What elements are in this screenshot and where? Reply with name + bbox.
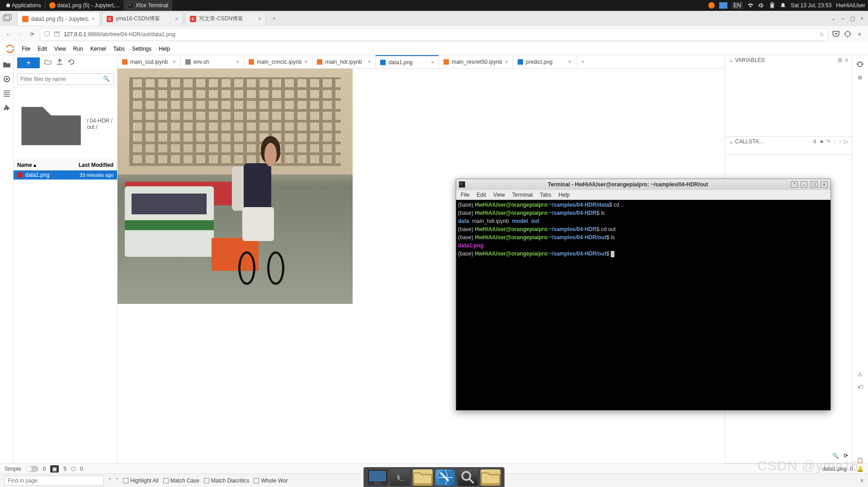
highlight-all-checkbox[interactable]: Highlight All	[123, 478, 159, 484]
terminal-body[interactable]: (base) HwHiAiUser@orangepiaipro:~/sample…	[456, 200, 830, 410]
menu-file[interactable]: File	[22, 46, 30, 52]
menu-help[interactable]: Help	[159, 46, 170, 52]
close-icon[interactable]: ×	[431, 59, 434, 66]
kernel-icon[interactable]: ⬡	[71, 466, 75, 472]
browser-tab-csdn2[interactable]: C 写文章-CSDN博客 ×	[185, 12, 266, 25]
clock[interactable]: Sat 13 Jul, 23:53	[791, 2, 831, 9]
close-window-icon[interactable]: ×	[860, 15, 863, 22]
browser-tab-jupyter[interactable]: data1.png (5) - JupyterL ×	[17, 12, 100, 25]
notifications-icon[interactable]	[780, 2, 786, 9]
close-button[interactable]: ×	[821, 181, 828, 188]
close-icon[interactable]: ×	[304, 59, 307, 65]
language-indicator[interactable]: EN	[732, 2, 743, 9]
warning-icon[interactable]: ⚠	[858, 371, 863, 378]
document-tab[interactable]: main_hdr.ipynb×	[312, 55, 376, 68]
taskbar-item-firefox[interactable]: data1.png (5) - JupyterL...	[46, 0, 124, 11]
col-modified[interactable]: Last Modified	[79, 162, 113, 168]
files-tray-icon[interactable]	[719, 2, 727, 9]
tree-view-icon[interactable]: ⊞	[838, 57, 842, 63]
new-window-icon[interactable]	[3, 14, 12, 23]
battery-icon[interactable]	[769, 2, 775, 9]
filter-files-input[interactable]	[17, 73, 113, 85]
menu-settings[interactable]: Settings	[132, 46, 151, 52]
close-icon[interactable]: ×	[368, 59, 371, 65]
menu-run[interactable]: Run	[73, 46, 83, 52]
document-tab[interactable]: env.sh×	[181, 55, 244, 68]
dock-browser-icon[interactable]	[435, 469, 455, 486]
dock-files-icon[interactable]	[413, 469, 433, 486]
close-icon[interactable]: ×	[92, 16, 95, 22]
extensions-icon[interactable]	[844, 30, 852, 39]
menu-tabs[interactable]: Tabs	[113, 46, 125, 52]
menu-edit[interactable]: Edit	[38, 46, 47, 52]
document-tab[interactable]: main_resnet50.ipynb×	[439, 55, 513, 68]
toc-icon[interactable]	[3, 90, 11, 98]
table-view-icon[interactable]: ≡	[845, 57, 848, 63]
document-tab[interactable]: main_cnnctc.ipynb×	[244, 55, 312, 68]
breadcrumb[interactable]: / 04-HDR / out /	[14, 88, 117, 160]
browser-tab-csdn1[interactable]: C yma16-CSDN博客 ×	[102, 12, 183, 25]
term-menu-terminal[interactable]: Terminal	[512, 192, 533, 198]
reload-button[interactable]: ⟳	[28, 31, 36, 38]
pause-icon[interactable]: ⏸	[812, 138, 817, 145]
tag-icon[interactable]: 🏷	[858, 384, 863, 390]
simple-toggle[interactable]	[26, 466, 38, 472]
bookmark-star-icon[interactable]: ☆	[819, 31, 824, 38]
step-in-icon[interactable]: ↓	[833, 138, 836, 145]
document-tab[interactable]: predict.png×	[513, 55, 576, 68]
close-icon[interactable]: ×	[175, 16, 178, 22]
upload-icon[interactable]	[56, 58, 63, 67]
close-findbar-icon[interactable]: ×	[860, 478, 863, 484]
wifi-icon[interactable]	[747, 2, 754, 9]
new-tab-button[interactable]: +	[268, 15, 280, 22]
match-diacritics-checkbox[interactable]: Match Diacritics	[204, 478, 250, 484]
term-menu-edit[interactable]: Edit	[476, 192, 486, 198]
page-info-icon[interactable]	[54, 31, 60, 38]
close-icon[interactable]: ×	[236, 59, 239, 65]
variables-header[interactable]: VARIABLES	[735, 57, 765, 63]
settings-gear-icon[interactable]: ⚙	[858, 75, 863, 81]
term-menu-tabs[interactable]: Tabs	[540, 192, 551, 198]
folder-icon[interactable]	[3, 61, 11, 69]
maximize-button[interactable]: □	[811, 181, 818, 188]
url-input[interactable]: 127.0.0.1:8888/lab/tree/04-HDR/out/data1…	[40, 28, 828, 41]
app-menu-icon[interactable]: ≡	[855, 31, 863, 38]
whole-words-checkbox[interactable]: Whole Wor	[254, 478, 288, 484]
minimize-button[interactable]: –	[801, 181, 808, 188]
bug-icon[interactable]	[856, 60, 864, 68]
chevron-down-icon[interactable]: ⌄	[729, 138, 733, 145]
terminal-count-icon[interactable]: ▣	[50, 465, 59, 473]
close-icon[interactable]: ×	[173, 59, 176, 65]
find-next-icon[interactable]: ˅	[116, 478, 118, 484]
firefox-tray-icon[interactable]	[708, 2, 715, 9]
term-menu-file[interactable]: File	[461, 192, 469, 198]
term-menu-help[interactable]: Help	[559, 192, 570, 198]
callstack-header[interactable]: CALLSTA...	[735, 138, 763, 145]
pocket-icon[interactable]	[832, 30, 840, 39]
back-button[interactable]: ←	[5, 31, 13, 38]
dock-terminal-icon[interactable]: $_	[390, 469, 410, 486]
dock-desktop-icon[interactable]	[368, 469, 387, 486]
shade-button[interactable]: ˄	[791, 181, 798, 188]
close-icon[interactable]: ×	[258, 16, 261, 22]
find-input[interactable]	[5, 476, 104, 486]
document-tab[interactable]: main_ssd.ipynb×	[118, 55, 181, 68]
extension-icon[interactable]	[3, 104, 11, 112]
dock-search-icon[interactable]	[458, 469, 478, 486]
refresh-icon[interactable]	[68, 58, 75, 67]
new-launcher-button[interactable]: +	[17, 57, 40, 68]
forward-button[interactable]: →	[16, 31, 24, 38]
new-folder-icon[interactable]	[44, 58, 52, 67]
find-prev-icon[interactable]: ˄	[108, 478, 111, 484]
maximize-icon[interactable]: ▢	[850, 15, 855, 22]
col-name[interactable]: Name	[17, 162, 32, 168]
add-tab-button[interactable]: +	[576, 55, 590, 68]
file-row[interactable]: data1.png 33 minutes ago	[14, 170, 117, 180]
user-label[interactable]: HwHiAiUser	[836, 2, 865, 9]
dock-home-icon[interactable]	[481, 469, 500, 486]
tabs-dropdown-icon[interactable]: ⌄	[831, 15, 836, 22]
menu-kernel[interactable]: Kernel	[90, 46, 106, 52]
match-case-checkbox[interactable]: Match Case	[163, 478, 199, 484]
close-icon[interactable]: ×	[505, 59, 508, 65]
stop-icon[interactable]: ■	[820, 138, 823, 145]
